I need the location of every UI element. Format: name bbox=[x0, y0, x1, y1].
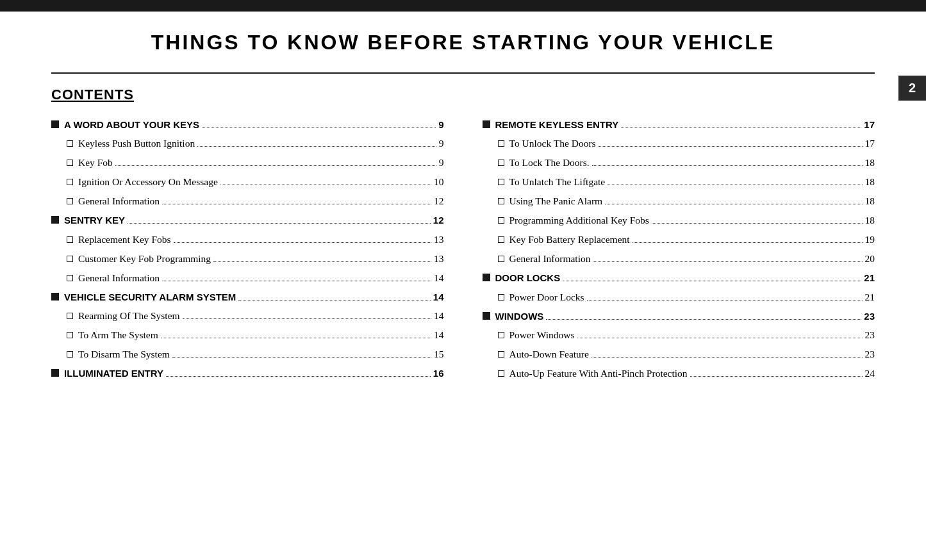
entry-page-number: 18 bbox=[865, 194, 875, 209]
entry-dots bbox=[115, 165, 436, 166]
toc-entry-4: General Information12 bbox=[51, 194, 444, 209]
entry-dots bbox=[587, 300, 863, 301]
entry-page-number: 12 bbox=[433, 213, 444, 227]
page-title: THINGS TO KNOW BEFORE STARTING YOUR VEHI… bbox=[51, 31, 875, 54]
empty-square-icon bbox=[498, 140, 504, 147]
empty-square-icon bbox=[498, 370, 504, 377]
entry-text: General Information bbox=[78, 194, 160, 209]
toc-entry-6: Replacement Key Fobs13 bbox=[51, 232, 444, 247]
empty-square-icon bbox=[498, 351, 504, 358]
entry-text: To Arm The System bbox=[78, 327, 158, 343]
entry-text: Auto-Down Feature bbox=[509, 347, 589, 362]
filled-square-icon bbox=[51, 293, 59, 301]
filled-square-icon bbox=[483, 120, 490, 128]
toc-entry-3: Ignition Or Accessory On Message10 bbox=[51, 174, 444, 190]
entry-dots bbox=[621, 128, 861, 128]
empty-square-icon bbox=[498, 217, 504, 224]
entry-dots bbox=[162, 204, 431, 204]
entry-text: WINDOWS bbox=[495, 309, 544, 324]
entry-text: Keyless Push Button Ignition bbox=[78, 136, 195, 151]
entry-page-number: 14 bbox=[434, 308, 444, 324]
empty-square-icon bbox=[498, 256, 504, 262]
entry-text: Power Windows bbox=[509, 327, 575, 343]
entry-text: To Disarm The System bbox=[78, 347, 170, 362]
entry-text: To Unlock The Doors bbox=[509, 136, 596, 151]
entry-page-number: 9 bbox=[438, 117, 443, 132]
toc-entry-11: To Arm The System14 bbox=[51, 327, 444, 343]
entry-page-number: 23 bbox=[865, 347, 875, 362]
toc-entry-7: Customer Key Fob Programming13 bbox=[51, 251, 444, 267]
contents-heading: CONTENTS bbox=[51, 86, 875, 103]
toc-wrapper: A WORD ABOUT YOUR KEYS9Keyless Push Butt… bbox=[51, 115, 875, 385]
toc-entry-0: REMOTE KEYLESS ENTRY17 bbox=[483, 117, 875, 132]
entry-dots bbox=[128, 223, 431, 224]
entry-text: Key Fob Battery Replacement bbox=[509, 232, 630, 247]
entry-page-number: 23 bbox=[864, 309, 875, 324]
entry-page-number: 19 bbox=[865, 232, 875, 247]
entry-dots bbox=[591, 357, 863, 358]
toc-entry-2: To Lock The Doors.18 bbox=[483, 155, 875, 170]
entry-page-number: 18 bbox=[865, 213, 875, 228]
empty-square-icon bbox=[498, 160, 504, 166]
toc-entry-9: Power Door Locks21 bbox=[483, 290, 875, 305]
entry-text: REMOTE KEYLESS ENTRY bbox=[495, 117, 619, 132]
toc-entry-5: SENTRY KEY12 bbox=[51, 213, 444, 227]
empty-square-icon bbox=[67, 332, 73, 338]
empty-square-icon bbox=[498, 236, 504, 243]
toc-entry-2: Key Fob9 bbox=[51, 155, 444, 170]
entry-dots bbox=[166, 376, 431, 377]
empty-square-icon bbox=[67, 140, 73, 147]
entry-page-number: 9 bbox=[439, 155, 444, 170]
entry-dots bbox=[632, 242, 863, 243]
empty-square-icon bbox=[67, 313, 73, 319]
toc-entry-12: To Disarm The System15 bbox=[51, 347, 444, 362]
toc-entry-1: Keyless Push Button Ignition9 bbox=[51, 136, 444, 151]
empty-square-icon bbox=[498, 179, 504, 185]
entry-dots bbox=[172, 357, 431, 358]
toc-entry-12: Auto-Down Feature23 bbox=[483, 347, 875, 362]
entry-dots bbox=[162, 281, 431, 281]
entry-text: Using The Panic Alarm bbox=[509, 194, 603, 209]
entry-text: VEHICLE SECURITY ALARM SYSTEM bbox=[64, 290, 236, 304]
entry-dots bbox=[238, 300, 430, 301]
entry-text: Ignition Or Accessory On Message bbox=[78, 174, 218, 190]
page-number: 2 bbox=[909, 81, 916, 95]
top-bar bbox=[0, 0, 926, 12]
entry-text: Customer Key Fob Programming bbox=[78, 251, 211, 267]
toc-entry-5: Programming Additional Key Fobs18 bbox=[483, 213, 875, 228]
empty-square-icon bbox=[498, 198, 504, 204]
empty-square-icon bbox=[67, 160, 73, 166]
entry-dots bbox=[605, 204, 862, 204]
toc-entry-7: General Information20 bbox=[483, 251, 875, 267]
entry-text: Auto-Up Feature With Anti-Pinch Protecti… bbox=[509, 366, 688, 381]
toc-entry-0: A WORD ABOUT YOUR KEYS9 bbox=[51, 117, 444, 132]
filled-square-icon bbox=[51, 120, 59, 128]
entry-page-number: 23 bbox=[865, 327, 875, 343]
entry-text: To Unlatch The Liftgate bbox=[509, 174, 606, 190]
entry-page-number: 18 bbox=[865, 155, 875, 170]
entry-page-number: 20 bbox=[865, 251, 875, 267]
entry-text: ILLUMINATED ENTRY bbox=[64, 366, 163, 381]
filled-square-icon bbox=[51, 216, 59, 224]
entry-text: Rearming Of The System bbox=[78, 308, 180, 324]
page-container: 2 THINGS TO KNOW BEFORE STARTING YOUR VE… bbox=[0, 12, 926, 411]
left-toc-column: A WORD ABOUT YOUR KEYS9Keyless Push Butt… bbox=[51, 115, 444, 385]
entry-text: Replacement Key Fobs bbox=[78, 232, 171, 247]
entry-text: To Lock The Doors. bbox=[509, 155, 590, 170]
empty-square-icon bbox=[67, 179, 73, 185]
entry-page-number: 18 bbox=[865, 174, 875, 190]
entry-dots bbox=[563, 281, 861, 281]
page-number-tab: 2 bbox=[898, 76, 926, 101]
toc-entry-1: To Unlock The Doors17 bbox=[483, 136, 875, 151]
entry-text: DOOR LOCKS bbox=[495, 270, 561, 285]
entry-dots bbox=[652, 223, 863, 224]
entry-dots bbox=[202, 128, 436, 128]
entry-dots bbox=[577, 338, 863, 338]
entry-text: A WORD ABOUT YOUR KEYS bbox=[64, 117, 199, 132]
toc-entry-10: Rearming Of The System14 bbox=[51, 308, 444, 324]
entry-page-number: 14 bbox=[434, 270, 444, 286]
entry-dots bbox=[592, 165, 863, 166]
toc-entry-6: Key Fob Battery Replacement19 bbox=[483, 232, 875, 247]
entry-text: Programming Additional Key Fobs bbox=[509, 213, 649, 228]
toc-entry-4: Using The Panic Alarm18 bbox=[483, 194, 875, 209]
